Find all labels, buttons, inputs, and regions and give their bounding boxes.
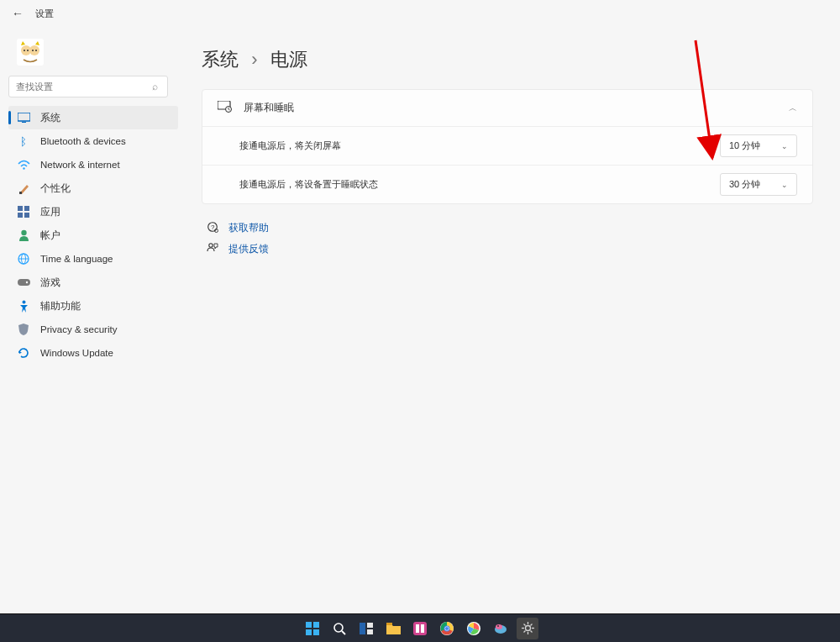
svg-rect-41	[421, 624, 424, 633]
svg-point-5	[32, 50, 34, 51]
sidebar-item-label: Network & internet	[40, 160, 120, 170]
sidebar-item-label: Privacy & security	[40, 324, 117, 334]
sidebar-item-label: 游戏	[40, 276, 60, 289]
card-title: 屏幕和睡眠	[244, 102, 777, 114]
chevron-down-icon: ⌄	[781, 181, 788, 189]
screen-sleep-icon	[218, 101, 232, 115]
taskbar	[0, 613, 840, 642]
update-icon	[17, 346, 30, 360]
svg-rect-32	[313, 629, 319, 635]
start-icon[interactable]	[302, 618, 323, 639]
apps-icon	[17, 205, 30, 218]
svg-rect-12	[24, 206, 29, 211]
sidebar-item-apps[interactable]: 应用	[8, 200, 178, 224]
svg-line-34	[342, 631, 345, 634]
svg-rect-38	[386, 623, 392, 625]
screen-sleep-card: 屏幕和睡眠 ︿ 接通电源后，将关闭屏幕 10 分钟 ⌄ 接通电源后，将设备置于睡…	[202, 89, 813, 204]
person-icon	[17, 229, 30, 242]
wifi-icon	[17, 158, 30, 171]
search-input[interactable]	[8, 76, 168, 97]
svg-line-58	[523, 631, 525, 633]
chevron-down-icon: ⌄	[781, 142, 788, 150]
breadcrumb-parent[interactable]: 系统	[202, 49, 239, 70]
card-header[interactable]: 屏幕和睡眠 ︿	[202, 90, 812, 126]
chrome-icon[interactable]	[436, 618, 458, 639]
sidebar-item-label: Time & language	[40, 254, 113, 264]
svg-rect-35	[360, 623, 365, 634]
sidebar-item-accessibility[interactable]: 辅助功能	[8, 294, 178, 318]
chevron-up-icon: ︿	[789, 103, 797, 114]
sidebar-item-label: 系统	[40, 112, 60, 124]
sidebar-item-label: 应用	[40, 206, 60, 218]
sidebar-item-accounts[interactable]: 帐户	[8, 224, 178, 247]
svg-point-49	[496, 624, 502, 629]
link-label: 获取帮助	[228, 222, 269, 234]
screen-off-dropdown[interactable]: 10 分钟 ⌄	[720, 134, 797, 157]
sidebar-item-gaming[interactable]: 游戏	[8, 271, 178, 294]
app-icon-3[interactable]	[490, 618, 512, 639]
game-icon	[17, 276, 30, 289]
svg-rect-31	[306, 629, 312, 635]
svg-point-3	[24, 50, 25, 51]
app-icon-2[interactable]	[463, 618, 485, 639]
svg-point-27	[209, 244, 213, 247]
svg-rect-36	[367, 623, 373, 628]
svg-rect-8	[22, 122, 26, 123]
svg-line-57	[530, 631, 532, 633]
title-bar: ← 设置	[0, 0, 840, 27]
svg-rect-39	[413, 622, 427, 635]
give-feedback-link[interactable]: 提供反馈	[202, 239, 813, 260]
avatar[interactable]	[17, 39, 44, 66]
card-row-screen-off: 接通电源后，将关闭屏幕 10 分钟 ⌄	[202, 126, 812, 165]
svg-rect-11	[18, 206, 23, 211]
dropdown-value: 10 分钟	[729, 139, 760, 152]
card-row-sleep: 接通电源后，将设备置于睡眠状态 30 分钟 ⌄	[202, 165, 812, 203]
sidebar-item-time-language[interactable]: Time & language	[8, 247, 178, 271]
breadcrumb-sep: ›	[251, 49, 257, 70]
svg-rect-40	[416, 624, 419, 633]
breadcrumb: 系统 › 电源	[202, 47, 813, 72]
shield-icon	[17, 323, 30, 336]
sidebar-item-label: Windows Update	[40, 348, 113, 358]
sidebar: ⌕ 系统 ᛒ Bluetooth & devices Network & int…	[0, 27, 186, 614]
back-icon[interactable]: ←	[12, 7, 24, 20]
sleep-dropdown[interactable]: 30 分钟 ⌄	[720, 173, 797, 196]
svg-line-59	[530, 624, 532, 626]
content-area: 系统 › 电源 屏幕和睡眠 ︿ 接通电源后，将关闭屏幕 10 分钟 ⌄ 接通电源…	[186, 27, 840, 614]
bluetooth-icon: ᛒ	[17, 134, 30, 148]
sidebar-item-system[interactable]: 系统	[8, 106, 178, 129]
search-wrap: ⌕	[8, 76, 178, 97]
sidebar-item-privacy[interactable]: Privacy & security	[8, 318, 178, 341]
svg-point-51	[525, 626, 530, 631]
app-icon-1[interactable]	[409, 618, 431, 639]
svg-point-46	[445, 627, 449, 630]
svg-point-20	[25, 282, 27, 283]
get-help-link[interactable]: ? 获取帮助	[202, 218, 813, 239]
svg-rect-13	[18, 213, 23, 218]
settings-taskbar-icon[interactable]	[517, 618, 538, 639]
link-label: 提供反馈	[228, 243, 269, 255]
svg-point-6	[35, 50, 37, 51]
dropdown-value: 30 分钟	[729, 178, 760, 191]
sidebar-item-personalization[interactable]: 个性化	[8, 176, 178, 200]
sidebar-item-network[interactable]: Network & internet	[8, 153, 178, 176]
search-icon: ⌕	[152, 81, 158, 92]
sidebar-item-label: 帐户	[40, 229, 60, 242]
search-taskbar-icon[interactable]	[328, 618, 350, 639]
svg-rect-14	[24, 213, 29, 218]
svg-point-9	[23, 167, 24, 169]
brush-icon	[17, 182, 30, 195]
svg-point-2	[29, 45, 39, 55]
file-explorer-icon[interactable]	[382, 618, 404, 639]
sidebar-item-label: 辅助功能	[40, 300, 81, 313]
svg-point-33	[334, 624, 343, 632]
svg-point-4	[27, 50, 29, 51]
task-view-icon[interactable]	[355, 618, 377, 639]
svg-rect-19	[18, 279, 30, 286]
svg-point-50	[497, 625, 499, 627]
breadcrumb-current: 电源	[270, 49, 307, 70]
svg-point-21	[22, 300, 25, 303]
sidebar-item-windows-update[interactable]: Windows Update	[8, 341, 178, 365]
sidebar-item-bluetooth[interactable]: ᛒ Bluetooth & devices	[8, 129, 178, 153]
sidebar-item-label: 个性化	[40, 182, 71, 195]
